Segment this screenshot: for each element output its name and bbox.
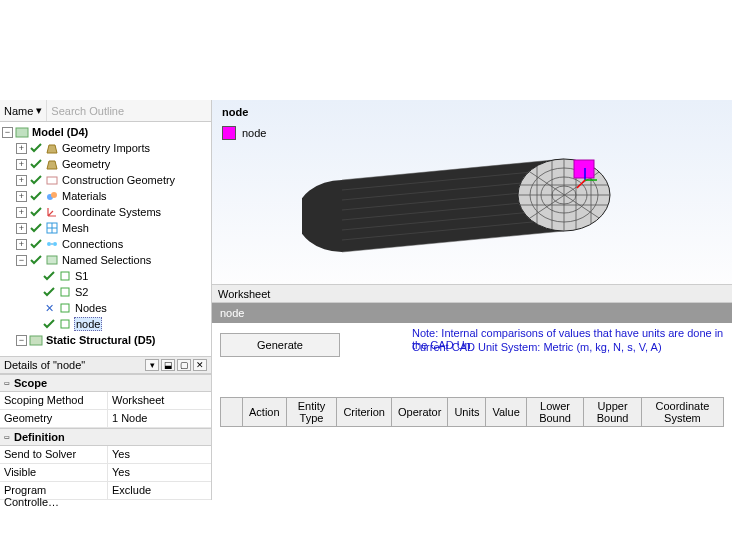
check-icon <box>29 253 43 267</box>
check-icon <box>42 285 56 299</box>
geometry-icon <box>45 157 59 171</box>
svg-rect-0 <box>16 128 28 137</box>
tree-item[interactable]: + Geometry Imports <box>2 140 211 156</box>
selection-icon <box>58 317 72 331</box>
check-icon <box>29 205 43 219</box>
generate-button[interactable]: Generate <box>220 333 340 357</box>
outline-tree[interactable]: − Model (D4) + Geometry Imports + Geomet… <box>0 122 211 356</box>
app-root: Name ▾ Search Outline − Model (D4) + Geo… <box>0 100 732 500</box>
details-grid: Scope Scoping MethodWorksheet Geometry1 … <box>0 374 211 500</box>
tree-item[interactable]: − Static Structural (D5) <box>2 332 211 348</box>
collapse-icon[interactable]: − <box>16 335 27 346</box>
tree-item-node[interactable]: node <box>2 316 211 332</box>
worksheet-title-bar: node <box>212 303 732 323</box>
section-definition[interactable]: Definition <box>0 428 211 446</box>
prop-row[interactable]: Geometry1 Node <box>0 410 211 428</box>
static-structural-icon <box>29 333 43 347</box>
check-icon <box>29 189 43 203</box>
prop-row[interactable]: VisibleYes <box>0 464 211 482</box>
svg-point-5 <box>51 192 57 198</box>
check-icon <box>29 221 43 235</box>
worksheet-body: Generate Note: Internal comparisons of v… <box>212 323 732 431</box>
legend-swatch <box>222 126 236 140</box>
svg-rect-11 <box>61 288 69 296</box>
svg-rect-10 <box>61 272 69 280</box>
filter-dropdown[interactable]: Name ▾ <box>0 100 47 121</box>
section-scope[interactable]: Scope <box>0 374 211 392</box>
svg-rect-9 <box>47 256 57 264</box>
expand-icon[interactable]: + <box>16 191 27 202</box>
prop-row[interactable]: Send to SolverYes <box>0 446 211 464</box>
cylinder-mesh-graphic <box>302 140 642 280</box>
coordinate-systems-icon <box>45 205 59 219</box>
collapse-icon[interactable]: − <box>16 255 27 266</box>
svg-marker-1 <box>47 145 57 153</box>
details-title: Details of "node" <box>4 359 85 371</box>
selection-icon <box>58 301 72 315</box>
tree-item[interactable]: S1 <box>2 268 211 284</box>
right-panel: node node <box>212 100 732 500</box>
selection-icon <box>58 285 72 299</box>
tree-item[interactable]: + Construction Geometry <box>2 172 211 188</box>
svg-rect-20 <box>574 160 594 178</box>
suppressed-icon: ✕ <box>42 301 56 315</box>
expand-icon[interactable]: + <box>16 175 27 186</box>
svg-rect-14 <box>30 336 42 345</box>
selection-icon <box>58 269 72 283</box>
svg-point-7 <box>47 242 51 246</box>
check-icon <box>29 173 43 187</box>
prop-row[interactable]: Program Controlle…Exclude <box>0 482 211 500</box>
graphics-viewport[interactable]: node node <box>212 100 732 285</box>
check-icon <box>42 317 56 331</box>
tree-item[interactable]: + Materials <box>2 188 211 204</box>
collapse-icon[interactable]: − <box>2 127 13 138</box>
chevron-down-icon: ▾ <box>36 104 42 117</box>
outline-name-bar: Name ▾ Search Outline <box>0 100 211 122</box>
check-icon <box>29 141 43 155</box>
filter-label: Name <box>4 105 33 117</box>
left-panel: Name ▾ Search Outline − Model (D4) + Geo… <box>0 100 212 500</box>
expand-icon[interactable]: + <box>16 207 27 218</box>
svg-point-8 <box>53 242 57 246</box>
expand-icon[interactable]: + <box>16 143 27 154</box>
unit-system-note: Current CAD Unit System: Metric (m, kg, … <box>412 341 662 353</box>
criteria-table[interactable]: ActionEntity Type CriterionOperator Unit… <box>220 397 724 427</box>
check-icon <box>29 157 43 171</box>
legend-label: node <box>242 127 266 139</box>
mesh-icon <box>45 221 59 235</box>
connections-icon <box>45 237 59 251</box>
model-icon <box>15 125 29 139</box>
expand-icon[interactable]: + <box>16 239 27 250</box>
check-icon <box>29 237 43 251</box>
autohide-icon[interactable]: ⬓ <box>161 359 175 371</box>
named-selections-icon <box>45 253 59 267</box>
maximize-icon[interactable]: ▢ <box>177 359 191 371</box>
legend-item: node <box>222 126 266 140</box>
details-header: Details of "node" ▾ ⬓ ▢ ✕ <box>0 356 211 374</box>
check-icon <box>42 269 56 283</box>
materials-icon <box>45 189 59 203</box>
search-input[interactable]: Search Outline <box>47 100 211 121</box>
geometry-imports-icon <box>45 141 59 155</box>
tree-item[interactable]: + Geometry <box>2 156 211 172</box>
expand-icon[interactable]: + <box>16 223 27 234</box>
table-header-row: ActionEntity Type CriterionOperator Unit… <box>221 398 724 427</box>
construction-geometry-icon <box>45 173 59 187</box>
prop-row[interactable]: Scoping MethodWorksheet <box>0 392 211 410</box>
tree-item-named-selections[interactable]: − Named Selections <box>2 252 211 268</box>
svg-marker-2 <box>47 161 57 169</box>
tree-item[interactable]: + Coordinate Systems <box>2 204 211 220</box>
tree-item[interactable]: + Mesh <box>2 220 211 236</box>
view-title: node <box>222 106 248 118</box>
close-icon[interactable]: ✕ <box>193 359 207 371</box>
tree-model[interactable]: − Model (D4) <box>2 124 211 140</box>
worksheet-tab[interactable]: Worksheet <box>212 285 732 303</box>
tree-item[interactable]: ✕ Nodes <box>2 300 211 316</box>
pin-icon[interactable]: ▾ <box>145 359 159 371</box>
tree-item[interactable]: + Connections <box>2 236 211 252</box>
expand-icon[interactable]: + <box>16 159 27 170</box>
svg-rect-13 <box>61 320 69 328</box>
tree-item[interactable]: S2 <box>2 284 211 300</box>
svg-rect-12 <box>61 304 69 312</box>
svg-rect-3 <box>47 177 57 184</box>
